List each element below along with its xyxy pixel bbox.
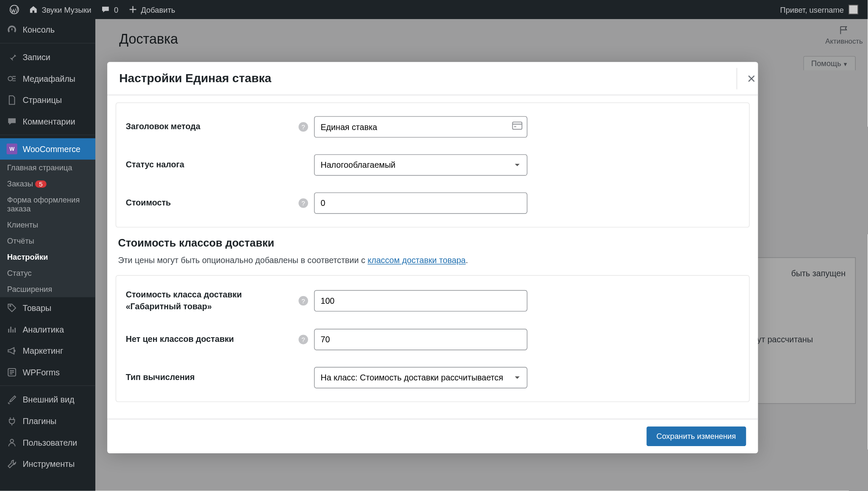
comment-icon (6, 116, 18, 128)
comments-link[interactable]: 0 (96, 0, 123, 19)
pin-icon (6, 51, 18, 63)
method-title-label: Заголовок метода (126, 121, 299, 133)
settings-modal: Настройки Единая ставка Заголовок метода… (107, 62, 758, 453)
tax-status-select[interactable]: Налогооблагаемый (314, 154, 527, 176)
help-icon[interactable]: ? (298, 122, 308, 131)
modal-close-button[interactable] (737, 68, 758, 89)
submenu-checkout-form[interactable]: Форма оформления заказа (0, 192, 95, 217)
menu-dashboard[interactable]: Консоль (0, 19, 95, 41)
menu-pages[interactable]: Страницы (0, 89, 95, 111)
add-new-link[interactable]: Добавить (123, 0, 180, 19)
help-icon[interactable]: ? (298, 296, 308, 305)
menu-label: WooCommerce (22, 144, 80, 153)
no-class-cost-label: Нет цен классов доставки (126, 334, 299, 346)
menu-label: Записи (22, 53, 50, 62)
plus-icon (128, 5, 137, 14)
avatar (849, 5, 858, 14)
submenu-status[interactable]: Статус (0, 265, 95, 281)
class-cost-label: Стоимость класса доставки «Габаритный то… (126, 289, 299, 312)
menu-woocommerce[interactable]: WWooCommerce (0, 138, 95, 160)
svg-rect-4 (512, 122, 522, 129)
media-icon (6, 73, 18, 85)
chart-icon (6, 323, 18, 335)
menu-label: Внешний вид (22, 395, 74, 404)
submenu-settings[interactable]: Настройки (0, 249, 95, 265)
shipping-class-link[interactable]: классом доставки товара (367, 255, 466, 265)
calc-type-label: Тип вычисления (126, 372, 299, 384)
shipping-classes-heading: Стоимость классов доставки (118, 237, 747, 250)
menu-wpforms[interactable]: WPForms (0, 361, 95, 383)
modal-title: Настройки Единая ставка (119, 72, 271, 85)
menu-label: Комментарии (22, 117, 75, 126)
menu-label: Маркетинг (22, 346, 63, 355)
help-icon[interactable]: ? (298, 198, 308, 208)
menu-label: Товары (22, 303, 51, 313)
menu-tools[interactable]: Инструменты (0, 453, 95, 475)
save-button[interactable]: Сохранить изменения (646, 427, 746, 446)
woo-icon: W (6, 143, 18, 155)
form-icon (6, 366, 18, 378)
menu-plugins[interactable]: Плагины (0, 411, 95, 432)
menu-posts[interactable]: Записи (0, 47, 95, 68)
menu-label: Консоль (22, 25, 55, 34)
brush-icon (6, 394, 18, 405)
content-area: Доставка Активность Помощь быть запущен … (95, 19, 868, 491)
dashboard-icon (6, 24, 18, 36)
admin-sidebar: Консоль Записи Медиафайлы Страницы Комме… (0, 19, 95, 491)
megaphone-icon (6, 345, 18, 357)
card-icon (512, 122, 523, 132)
menu-label: Аналитика (22, 325, 64, 334)
plug-icon (6, 415, 18, 427)
comment-icon (101, 5, 110, 14)
adminbar: Звуки Музыки 0 Добавить Привет, username (0, 0, 868, 19)
site-name: Звуки Музыки (42, 5, 91, 14)
greeting: Привет, username (780, 5, 844, 14)
submenu-customers[interactable]: Клиенты (0, 217, 95, 233)
page-icon (6, 94, 18, 106)
svg-point-3 (10, 439, 14, 443)
add-label: Добавить (141, 5, 175, 14)
submenu-home[interactable]: Главная страница (0, 160, 95, 176)
menu-label: Страницы (22, 95, 61, 105)
comments-count: 0 (114, 5, 118, 14)
shipping-classes-desc: Эти цены могут быть опционально добавлен… (118, 254, 747, 267)
menu-label: WPForms (22, 368, 59, 377)
user-icon (6, 437, 18, 449)
user-menu[interactable]: Привет, username (780, 5, 863, 14)
svg-point-1 (8, 77, 12, 81)
menu-users[interactable]: Пользователи (0, 432, 95, 453)
no-class-cost-input[interactable] (314, 329, 527, 350)
submenu-orders[interactable]: Заказы5 (0, 176, 95, 192)
modal-overlay[interactable]: Настройки Единая ставка Заголовок метода… (95, 19, 868, 491)
method-title-input[interactable] (314, 116, 527, 138)
close-icon (746, 74, 756, 83)
wrench-icon (6, 458, 18, 470)
menu-label: Инструменты (22, 459, 75, 469)
wordpress-icon (9, 5, 19, 14)
submenu-reports[interactable]: Отчёты (0, 233, 95, 249)
woo-submenu: Главная страница Заказы5 Форма оформлени… (0, 160, 95, 297)
site-link[interactable]: Звуки Музыки (24, 0, 96, 19)
tax-status-label: Статус налога (126, 159, 299, 171)
wp-logo[interactable] (5, 0, 24, 19)
menu-label: Пользователи (22, 438, 77, 447)
cost-label: Стоимость (126, 197, 299, 209)
class-cost-input[interactable] (314, 290, 527, 311)
cost-input[interactable] (314, 192, 527, 214)
menu-media[interactable]: Медиафайлы (0, 68, 95, 89)
menu-analytics[interactable]: Аналитика (0, 319, 95, 340)
calc-type-select[interactable]: На класс: Стоимость доставки рассчитывае… (314, 367, 527, 388)
menu-marketing[interactable]: Маркетинг (0, 340, 95, 362)
orders-badge: 5 (36, 180, 46, 188)
tag-icon (6, 302, 18, 314)
menu-label: Медиафайлы (22, 74, 75, 83)
submenu-extensions[interactable]: Расширения (0, 281, 95, 297)
menu-comments[interactable]: Комментарии (0, 111, 95, 133)
help-icon[interactable]: ? (298, 335, 308, 344)
menu-label: Плагины (22, 416, 56, 426)
menu-appearance[interactable]: Внешний вид (0, 389, 95, 411)
home-icon (28, 5, 38, 14)
menu-products[interactable]: Товары (0, 297, 95, 319)
